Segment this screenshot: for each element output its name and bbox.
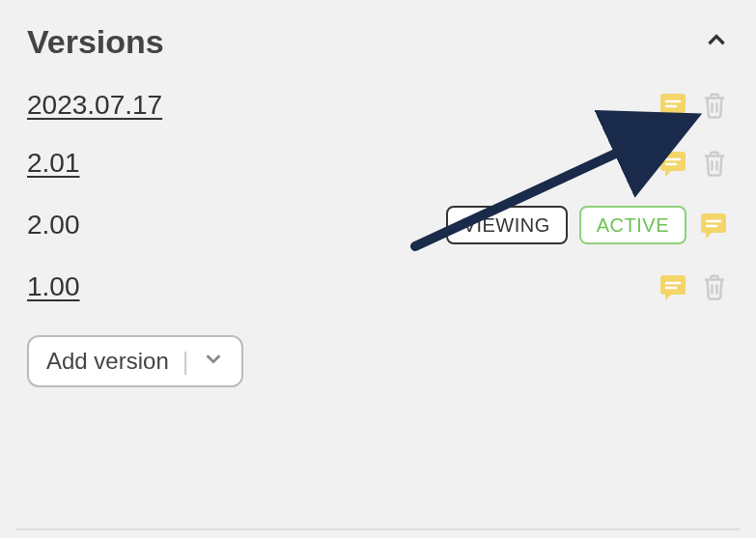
- version-list: 2023.07.17: [27, 76, 729, 316]
- versions-panel: Versions 2023.07.17: [0, 0, 756, 538]
- version-row: 2.01: [27, 134, 729, 192]
- row-actions: [658, 90, 729, 121]
- version-label[interactable]: 1.00: [27, 271, 80, 302]
- add-version-button[interactable]: Add version |: [27, 335, 243, 387]
- row-actions: [658, 148, 729, 179]
- trash-icon[interactable]: [700, 272, 729, 301]
- active-badge: ACTIVE: [579, 206, 686, 244]
- panel-bottom-divider: [15, 528, 741, 530]
- panel-title: Versions: [27, 23, 164, 61]
- comment-icon[interactable]: [658, 148, 688, 179]
- comment-icon[interactable]: [658, 90, 688, 121]
- trash-icon[interactable]: [700, 149, 729, 178]
- row-actions: VIEWING ACTIVE: [446, 206, 729, 244]
- add-version-label: Add version: [46, 348, 169, 375]
- button-divider: |: [182, 347, 189, 377]
- viewing-badge: VIEWING: [446, 206, 568, 244]
- comment-icon[interactable]: [698, 210, 729, 241]
- version-row: 2023.07.17: [27, 76, 729, 134]
- comment-icon[interactable]: [658, 271, 688, 302]
- trash-icon[interactable]: [700, 91, 729, 120]
- version-row: 1.00: [27, 258, 729, 316]
- version-label[interactable]: 2023.07.17: [27, 90, 162, 121]
- version-label: 2.00: [27, 210, 80, 241]
- version-row: 2.00 VIEWING ACTIVE: [27, 192, 729, 258]
- collapse-chevron-up-icon[interactable]: [704, 28, 729, 57]
- row-actions: [658, 271, 729, 302]
- version-label[interactable]: 2.01: [27, 148, 80, 179]
- panel-header: Versions: [27, 23, 729, 61]
- chevron-down-icon[interactable]: [203, 348, 224, 375]
